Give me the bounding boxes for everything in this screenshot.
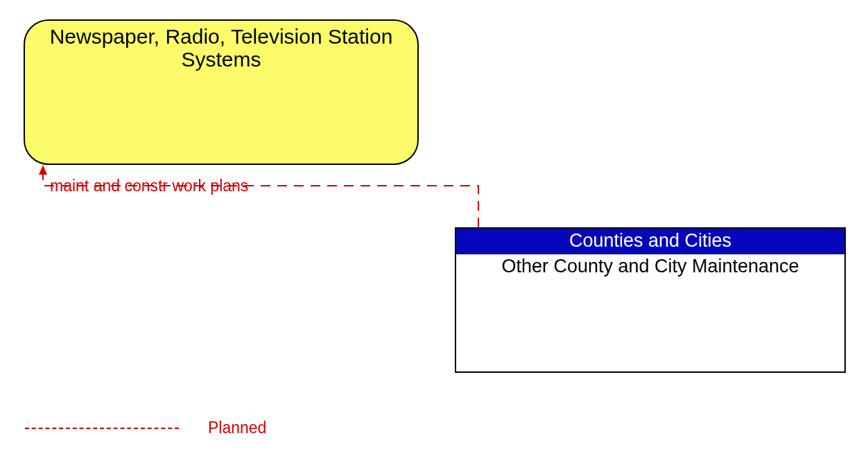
media-title-line1: Newspaper, Radio, Television Station bbox=[50, 25, 393, 48]
county-header: Counties and Cities bbox=[456, 229, 844, 254]
media-title-line2: Systems bbox=[181, 48, 261, 71]
county-subtitle: Other County and City Maintenance bbox=[456, 254, 844, 277]
flow-arrowhead bbox=[39, 165, 47, 175]
legend-planned-line bbox=[25, 428, 179, 429]
legend-planned-label: Planned bbox=[208, 419, 266, 437]
media-systems-title: Newspaper, Radio, Television Station Sys… bbox=[25, 25, 417, 71]
media-systems-node: Newspaper, Radio, Television Station Sys… bbox=[24, 19, 419, 165]
flow-label: maint and constr work plans bbox=[50, 177, 248, 195]
county-maintenance-node: Counties and Cities Other County and Cit… bbox=[455, 227, 846, 373]
